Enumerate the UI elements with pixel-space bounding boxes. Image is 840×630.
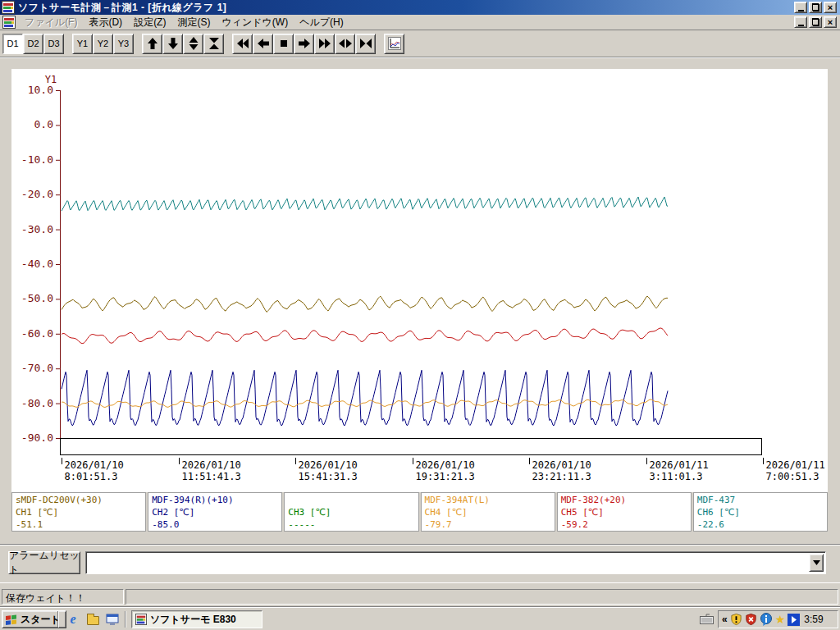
task-button-label: ソフトサーモ E830 xyxy=(150,613,236,627)
svg-text:23:21:11.3: 23:21:11.3 xyxy=(532,471,591,482)
desktop-window-icon xyxy=(106,614,119,625)
svg-text:2026/01/10: 2026/01/10 xyxy=(182,459,241,471)
menu-settings[interactable]: 設定(Z) xyxy=(128,14,171,31)
keyboard-icon[interactable] xyxy=(700,614,714,624)
stop-icon xyxy=(277,37,290,50)
expand-horizontal-button[interactable] xyxy=(335,34,355,54)
menu-file[interactable]: ファイル(F) xyxy=(19,14,83,31)
child-close-button[interactable]: × xyxy=(824,16,837,28)
tray-overflow-chevron[interactable]: « xyxy=(722,614,728,625)
expand-vertical-button[interactable] xyxy=(183,34,203,54)
y1-button[interactable]: Y1 xyxy=(72,34,93,54)
fast-forward-button[interactable] xyxy=(314,34,335,54)
channel-value: -51.1 xyxy=(16,518,142,531)
menu-window[interactable]: ウィンドウ(W) xyxy=(216,14,294,31)
app-icon xyxy=(135,614,147,625)
channel-name: MDF-394(R)(+10) xyxy=(152,494,278,506)
arrow-up-icon xyxy=(146,37,159,50)
alarm-reset-button[interactable]: アラームリセット xyxy=(8,551,80,574)
menu-view[interactable]: 表示(D) xyxy=(83,14,128,31)
compress-vertical-button[interactable] xyxy=(203,34,224,54)
alarm-row: アラームリセット xyxy=(0,548,840,579)
svg-text:2026/01/11: 2026/01/11 xyxy=(650,459,709,471)
svg-text:10.0: 10.0 xyxy=(28,84,53,96)
step-left-button[interactable] xyxy=(253,34,273,54)
menu-bar: ファイル(F) 表示(D) 設定(Z) 測定(S) ウィンドウ(W) ヘルプ(H… xyxy=(0,15,840,30)
scroll-down-button[interactable] xyxy=(162,34,183,54)
channel-legend: sMDF-DC200V(+30) CH1 [℃] -51.1 MDF-394(R… xyxy=(11,492,828,532)
minimize-button[interactable] xyxy=(794,2,807,13)
svg-text:-80.0: -80.0 xyxy=(21,397,53,409)
arrow-down-icon xyxy=(167,37,180,50)
clock: 3:59 xyxy=(804,614,823,625)
menu-help[interactable]: ヘルプ(H) xyxy=(294,14,349,31)
svg-text:-20.0: -20.0 xyxy=(21,188,53,200)
d3-button[interactable]: D3 xyxy=(43,34,64,54)
chevron-down-icon xyxy=(813,560,820,565)
alarm-combobox[interactable] xyxy=(85,551,826,574)
folder-icon[interactable] xyxy=(85,612,100,627)
rewind-button[interactable] xyxy=(232,34,253,54)
y2-button[interactable]: Y2 xyxy=(93,34,113,54)
svg-text:2026/01/10: 2026/01/10 xyxy=(299,459,358,471)
svg-text:2026/01/10: 2026/01/10 xyxy=(416,459,475,471)
app-icon xyxy=(2,1,15,14)
star-tray-icon[interactable]: ★ xyxy=(775,614,786,625)
combo-dropdown-button[interactable] xyxy=(809,554,824,572)
svg-text:-30.0: -30.0 xyxy=(21,223,53,235)
legend-cell-ch2: MDF-394(R)(+10) CH2 [℃] -85.0 xyxy=(148,492,282,532)
channel-name: MDF-437 xyxy=(697,494,824,506)
status-panel-secondary xyxy=(126,589,838,605)
compress-horizontal-icon xyxy=(359,37,372,50)
svg-text:7:00:51.3: 7:00:51.3 xyxy=(766,471,819,482)
compress-vertical-icon xyxy=(208,37,221,50)
restore-icon xyxy=(812,4,819,11)
channel-value: -85.0 xyxy=(152,518,278,531)
d2-button[interactable]: D2 xyxy=(23,34,43,54)
svg-text:15:41:31.3: 15:41:31.3 xyxy=(299,471,358,482)
graph-view-button[interactable] xyxy=(384,34,404,54)
svg-text:-40.0: -40.0 xyxy=(21,258,53,270)
stop-button[interactable] xyxy=(273,34,294,54)
arrow-right-icon xyxy=(298,37,311,50)
legend-cell-ch4: MDF-394AT(L) CH4 [℃] -79.7 xyxy=(421,492,555,532)
y3-button[interactable]: Y3 xyxy=(113,34,134,54)
security-warning-shield-icon[interactable] xyxy=(730,613,742,626)
channel-value: ----- xyxy=(288,518,414,531)
info-balloon-icon[interactable] xyxy=(760,613,773,626)
security-alert-shield-icon[interactable] xyxy=(745,613,757,626)
legend-cell-ch5: MDF-382(+20) CH5 [℃] -59.2 xyxy=(557,492,692,532)
internet-explorer-icon[interactable]: e xyxy=(66,612,80,627)
svg-text:2026/01/11: 2026/01/11 xyxy=(766,459,825,471)
system-tray: « ★ 3:59 xyxy=(718,610,838,628)
window-title: ソフトサーモ計測－計測1 - [折れ線グラフ 1] xyxy=(18,1,226,15)
legend-cell-ch1: sMDF-DC200V(+30) CH1 [℃] -51.1 xyxy=(11,492,146,532)
minimize-icon xyxy=(798,10,804,11)
svg-text:-70.0: -70.0 xyxy=(21,362,53,374)
child-restore-button[interactable] xyxy=(809,16,822,28)
toolbar: D1 D2 D3 Y1 Y2 Y3 xyxy=(0,30,840,57)
start-label: スタート xyxy=(21,613,61,627)
d1-button[interactable]: D1 xyxy=(2,34,23,54)
taskbar: スタート e ソフトサーモ E830 xyxy=(0,607,840,630)
desktop: ソフトサーモ計測－計測1 - [折れ線グラフ 1] × ファイル(F) 表示(D… xyxy=(0,0,840,630)
restore-button[interactable] xyxy=(809,2,822,13)
legend-cell-ch6: MDF-437 CH6 [℃] -22.6 xyxy=(693,492,828,532)
channel-name: sMDF-DC200V(+30) xyxy=(16,494,142,506)
show-desktop-icon[interactable] xyxy=(105,612,120,627)
svg-text:2026/01/10: 2026/01/10 xyxy=(65,459,124,471)
step-right-button[interactable] xyxy=(294,34,314,54)
scroll-up-button[interactable] xyxy=(142,34,162,54)
line-graph-icon xyxy=(388,37,401,50)
close-icon: × xyxy=(828,3,833,12)
child-minimize-button[interactable] xyxy=(794,16,807,28)
task-button-softthermo[interactable]: ソフトサーモ E830 xyxy=(131,610,262,628)
svg-text:-60.0: -60.0 xyxy=(21,327,53,340)
close-button[interactable]: × xyxy=(824,2,837,13)
play-tray-icon[interactable] xyxy=(788,614,800,626)
compress-horizontal-button[interactable] xyxy=(355,34,376,54)
svg-text:-90.0: -90.0 xyxy=(21,431,53,444)
menu-measure[interactable]: 測定(S) xyxy=(171,14,216,31)
document-icon[interactable] xyxy=(2,16,16,29)
svg-text:0.0: 0.0 xyxy=(34,118,53,130)
